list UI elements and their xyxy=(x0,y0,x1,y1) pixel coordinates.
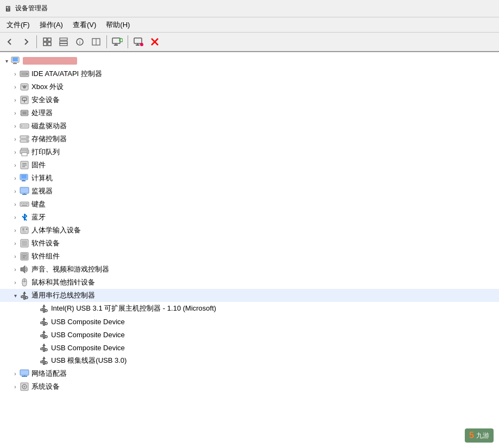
tree-item-usb-composite-2[interactable]: › USB Composite Device xyxy=(0,328,499,341)
svg-rect-72 xyxy=(26,203,28,204)
sound-icon xyxy=(20,264,29,274)
svg-rect-71 xyxy=(24,203,26,204)
tree-item-firmware[interactable]: › 固件 xyxy=(0,159,499,172)
toolbar-sep-1 xyxy=(36,35,37,48)
tree-item-keyboard[interactable]: › 键盘 xyxy=(0,198,499,211)
tree-item-security[interactable]: › 安全设备 xyxy=(0,93,499,106)
tree-item-storage[interactable]: › 存储控制器 xyxy=(0,132,499,146)
tree-item-print[interactable]: › 打印队列 xyxy=(0,146,499,159)
usb-expander[interactable]: ▾ xyxy=(11,291,20,300)
tree-item-bluetooth[interactable]: › 蓝牙 xyxy=(0,211,499,224)
network-icon xyxy=(20,369,29,378)
sound-label: 声音、视频和游戏控制器 xyxy=(31,264,109,274)
ide-expander[interactable]: › xyxy=(11,70,20,78)
tree-item-usb-composite-3[interactable]: › USB Composite Device xyxy=(0,341,499,354)
properties-button[interactable]: i xyxy=(72,34,87,49)
network-expander[interactable]: › xyxy=(11,369,20,378)
tree-item-ide[interactable]: › IDE ATA/ATAPI 控制器 xyxy=(0,67,499,80)
monitor-icon xyxy=(134,37,143,46)
svg-point-129 xyxy=(43,363,45,365)
tree-item-software-device[interactable]: › 软件设备 xyxy=(0,237,499,250)
scan-icon xyxy=(112,37,123,46)
root-expander[interactable]: ▾ xyxy=(2,56,11,65)
svg-point-55 xyxy=(27,151,28,152)
monitor-expander[interactable]: › xyxy=(11,187,20,195)
processor-expander[interactable]: › xyxy=(11,109,20,117)
menu-view[interactable]: 查看(V) xyxy=(68,18,100,31)
software-component-label: 软件组件 xyxy=(31,251,60,261)
watermark: 5 九游 xyxy=(465,428,494,443)
svg-point-30 xyxy=(23,85,26,89)
computer-icon xyxy=(11,56,21,66)
print-expander[interactable]: › xyxy=(11,148,20,156)
tree-root[interactable]: ▾ xyxy=(0,54,499,67)
svg-rect-28 xyxy=(27,73,28,75)
menu-file[interactable]: 文件(F) xyxy=(2,18,34,31)
keyboard-label: 键盘 xyxy=(31,199,46,209)
software-device-expander[interactable]: › xyxy=(11,239,20,248)
security-icon xyxy=(20,95,29,105)
usb-label: 通用串行总线控制器 xyxy=(31,291,95,300)
keyboard-icon xyxy=(20,199,29,209)
system-label: 系统设备 xyxy=(31,382,60,392)
tree-item-intel-usb[interactable]: › Intel(R) USB 3.1 可扩展主机控制器 - 1.10 (Micr… xyxy=(0,302,499,315)
xbox-expander[interactable]: › xyxy=(11,83,20,91)
back-button[interactable] xyxy=(2,34,17,49)
bluetooth-expander[interactable]: › xyxy=(11,213,20,222)
view-grid-button[interactable] xyxy=(40,34,55,49)
svg-marker-117 xyxy=(42,344,46,346)
software-component-expander[interactable]: › xyxy=(11,252,20,261)
device-tree[interactable]: ▾ › IDE ATA/ATAPI 控制器 › xyxy=(0,52,499,448)
firmware-expander[interactable]: › xyxy=(11,161,20,169)
svg-marker-103 xyxy=(42,318,46,320)
svg-rect-2 xyxy=(43,42,47,46)
usb-composite-1-icon xyxy=(39,317,49,326)
sound-expander[interactable]: › xyxy=(11,265,20,274)
svg-point-121 xyxy=(45,349,47,351)
svg-line-15 xyxy=(123,42,123,43)
delete-button[interactable] xyxy=(147,34,162,49)
tree-item-disk[interactable]: › 磁盘驱动器 xyxy=(0,119,499,132)
svg-point-32 xyxy=(26,85,28,87)
svg-rect-81 xyxy=(22,254,27,259)
svg-rect-16 xyxy=(134,38,142,43)
tree-item-network[interactable]: › 网络适配器 xyxy=(0,367,499,380)
disk-expander[interactable]: › xyxy=(11,122,20,130)
tree-item-usb-hub[interactable]: › USB 根集线器(USB 3.0) xyxy=(0,354,499,367)
hid-expander[interactable]: › xyxy=(11,226,20,235)
svg-point-114 xyxy=(45,336,47,338)
tree-item-monitor[interactable]: › 监视器 xyxy=(0,185,499,198)
scan-button[interactable] xyxy=(110,34,125,49)
mouse-expander[interactable]: › xyxy=(11,278,20,287)
svg-point-100 xyxy=(45,310,47,312)
tree-item-usb[interactable]: ▾ 通用串行总线控制器 xyxy=(0,289,499,302)
tree-item-software-component[interactable]: › 软件组件 xyxy=(0,250,499,263)
tree-item-processor[interactable]: › 处理器 xyxy=(0,106,499,119)
tree-item-computer[interactable]: › 计算机 xyxy=(0,172,499,185)
tree-item-usb-composite-1[interactable]: › USB Composite Device xyxy=(0,315,499,328)
security-expander[interactable]: › xyxy=(11,96,20,104)
menu-help[interactable]: 帮助(H) xyxy=(102,18,134,31)
tree-item-system[interactable]: › 系统设备 xyxy=(0,380,499,393)
keyboard-expander[interactable]: › xyxy=(11,200,20,209)
firmware-label: 固件 xyxy=(31,160,46,170)
svg-point-93 xyxy=(26,296,28,299)
usb-hub-icon xyxy=(39,356,49,365)
monitor-button[interactable] xyxy=(131,34,146,49)
system-expander[interactable]: › xyxy=(11,382,20,391)
svg-rect-99 xyxy=(41,309,43,311)
ide-label: IDE ATA/ATAPI 控制器 xyxy=(31,69,102,79)
tree-item-mouse[interactable]: › 鼠标和其他指针设备 xyxy=(0,276,499,289)
computer-tree-expander[interactable]: › xyxy=(11,174,20,182)
view-list-button[interactable] xyxy=(56,34,71,49)
svg-rect-70 xyxy=(23,203,24,204)
menu-action[interactable]: 操作(A) xyxy=(35,18,67,31)
svg-point-122 xyxy=(43,350,45,352)
view2-button[interactable] xyxy=(89,34,104,49)
tree-item-sound[interactable]: › 声音、视频和游戏控制器 xyxy=(0,263,499,276)
forward-button[interactable] xyxy=(18,34,34,49)
view-list-icon xyxy=(59,37,68,46)
storage-expander[interactable]: › xyxy=(11,135,20,143)
tree-item-hid[interactable]: › 人体学输入设备 xyxy=(0,224,499,237)
tree-item-xbox[interactable]: › Xbox 外设 xyxy=(0,80,499,93)
